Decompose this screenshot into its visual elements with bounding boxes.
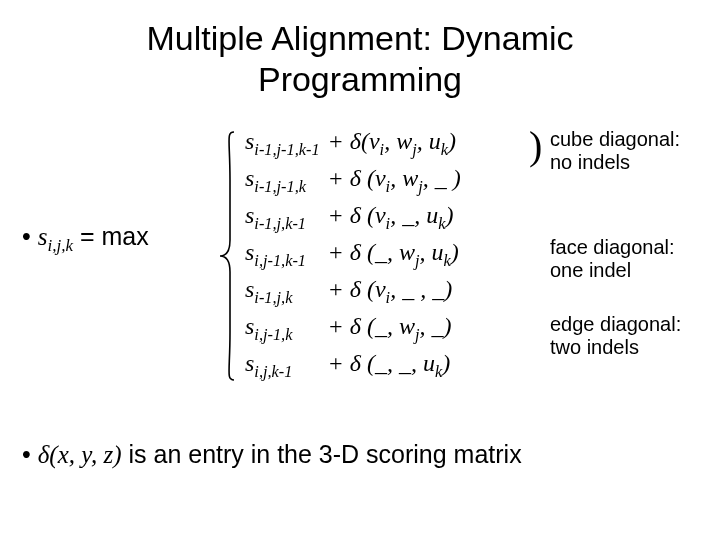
case-row: si,j-1,k+ δ (_, wj, _) — [243, 310, 463, 347]
annot-face: face diagonal: one indel — [550, 236, 720, 282]
case-row: si-1,j-1,k-1+ δ(vi, wj, uk) — [243, 125, 463, 162]
case-row: si,j-1,k-1+ δ (_, wj, uk) — [243, 236, 463, 273]
case-delta-term: + δ (vi, _ , _) — [326, 273, 463, 310]
case-delta-term: + δ (_, wj, _) — [326, 310, 463, 347]
annot-cube: cube diagonal: no indels — [550, 128, 720, 174]
case-delta-term: + δ (vi, _, uk) — [326, 199, 463, 236]
case-s-term: si,j-1,k — [243, 310, 326, 347]
case-row: si-1,j-1,k+ δ (vi, wj, _ ) — [243, 162, 463, 199]
case-delta-term: + δ (_, wj, uk) — [326, 236, 463, 273]
case-delta-term: + δ(vi, wj, uk) — [326, 125, 463, 162]
case-row: si-1,j,k+ δ (vi, _ , _) — [243, 273, 463, 310]
lhs-s: s — [38, 223, 48, 250]
case-row: si,j,k-1+ δ (_, _, uk) — [243, 347, 463, 384]
case-s-term: si-1,j,k-1 — [243, 199, 326, 236]
case-s-term: si-1,j-1,k — [243, 162, 326, 199]
case-s-term: si-1,j,k — [243, 273, 326, 310]
cases-block: si-1,j-1,k-1+ δ(vi, wj, uk)si-1,j-1,k+ δ… — [243, 125, 463, 384]
case-row: si-1,j,k-1+ δ (vi, _, uk) — [243, 199, 463, 236]
footer-text: is an entry in the 3-D scoring matrix — [122, 440, 522, 468]
case-delta-term: + δ (vi, wj, _ ) — [326, 162, 463, 199]
lhs-expression: • si,j,k = max — [22, 222, 149, 256]
slide: Multiple Alignment: Dynamic Programming … — [0, 0, 720, 540]
lhs-eqmax: = max — [73, 222, 149, 250]
annot-edge: edge diagonal: two indels — [550, 313, 720, 359]
lhs-sub: i,j,k — [47, 236, 73, 255]
page-title: Multiple Alignment: Dynamic Programming — [0, 18, 720, 100]
case-s-term: si,j,k-1 — [243, 347, 326, 384]
footer-delta: δ(x, y, z) — [38, 441, 122, 468]
case-s-term: si,j-1,k-1 — [243, 236, 326, 273]
title-line1: Multiple Alignment: Dynamic — [146, 19, 573, 57]
group-paren-icon: ) — [529, 122, 542, 169]
cases-table: si-1,j-1,k-1+ δ(vi, wj, uk)si-1,j-1,k+ δ… — [243, 125, 463, 384]
case-s-term: si-1,j-1,k-1 — [243, 125, 326, 162]
title-line2: Programming — [258, 60, 462, 98]
footer-note: • δ(x, y, z) is an entry in the 3-D scor… — [22, 440, 522, 469]
case-delta-term: + δ (_, _, uk) — [326, 347, 463, 384]
left-brace-icon — [218, 130, 238, 382]
